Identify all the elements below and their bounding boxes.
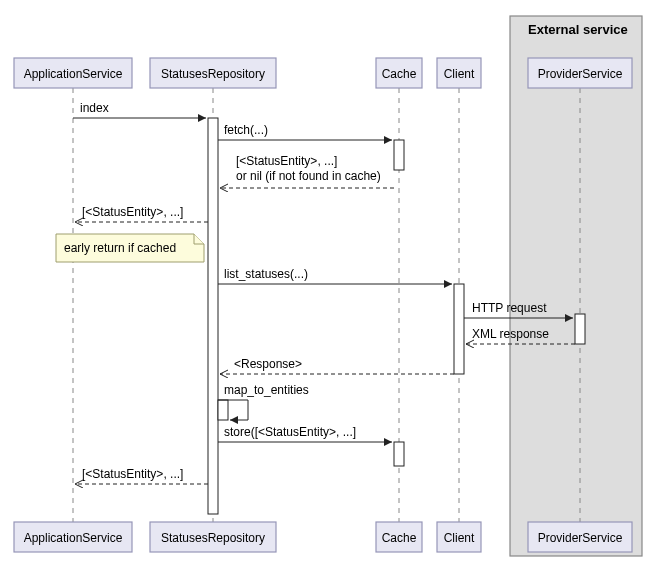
msg-label: [<StatusEntity>, ...] (82, 205, 183, 219)
participant-label: StatusesRepository (161, 531, 265, 545)
participant-provider-top: ProviderService (528, 58, 632, 88)
participant-label: StatusesRepository (161, 67, 265, 81)
sequence-diagram: External service ApplicationService Stat… (0, 0, 653, 568)
participant-client-bottom: Client (437, 522, 481, 552)
activation-cache-1 (394, 140, 404, 170)
note-early-return: early return if cached (56, 234, 204, 262)
participant-label: ProviderService (538, 67, 623, 81)
participant-label: Cache (382, 67, 417, 81)
activation-repo (208, 118, 218, 514)
msg-label: HTTP request (472, 301, 547, 315)
activation-client (454, 284, 464, 374)
msg-label: [<StatusEntity>, ...] (82, 467, 183, 481)
msg-label: fetch(...) (224, 123, 268, 137)
participant-label: Client (444, 67, 475, 81)
msg-label: [<StatusEntity>, ...] (236, 154, 337, 168)
participant-label: ProviderService (538, 531, 623, 545)
participant-client-top: Client (437, 58, 481, 88)
participant-label: ApplicationService (24, 67, 123, 81)
participant-provider-bottom: ProviderService (528, 522, 632, 552)
msg-label: list_statuses(...) (224, 267, 308, 281)
activation-repo-self (218, 400, 228, 420)
msg-label: store([<StatusEntity>, ...] (224, 425, 356, 439)
participant-label: Cache (382, 531, 417, 545)
participant-repo-top: StatusesRepository (150, 58, 276, 88)
msg-label: XML response (472, 327, 549, 341)
msg-label: or nil (if not found in cache) (236, 169, 381, 183)
participant-app-top: ApplicationService (14, 58, 132, 88)
msg-label: map_to_entities (224, 383, 309, 397)
participant-label: ApplicationService (24, 531, 123, 545)
external-service-box (510, 16, 642, 556)
msg-label: <Response> (234, 357, 302, 371)
note-label: early return if cached (64, 241, 176, 255)
participant-repo-bottom: StatusesRepository (150, 522, 276, 552)
participant-label: Client (444, 531, 475, 545)
participant-app-bottom: ApplicationService (14, 522, 132, 552)
external-service-label: External service (528, 22, 628, 37)
msg-label: index (80, 101, 109, 115)
activation-provider (575, 314, 585, 344)
participant-cache-bottom: Cache (376, 522, 422, 552)
participant-cache-top: Cache (376, 58, 422, 88)
activation-cache-2 (394, 442, 404, 466)
